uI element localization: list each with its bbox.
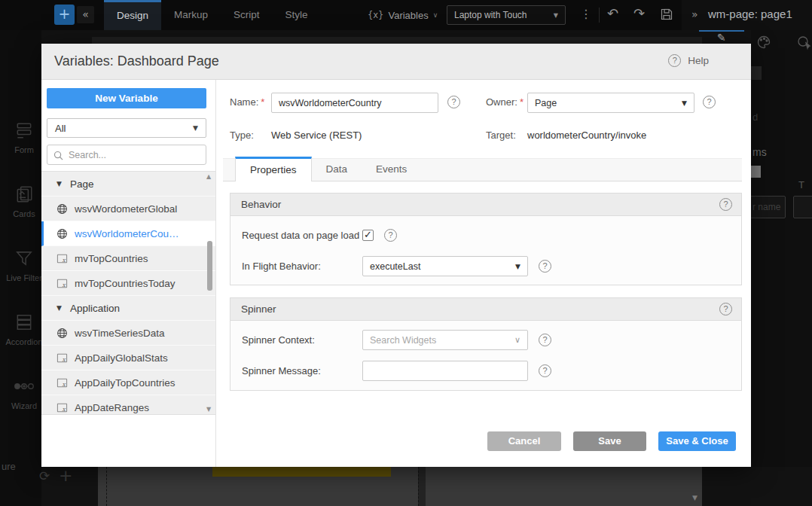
web-service-icon (56, 203, 68, 215)
variable-group-application[interactable]: ▼Application (41, 296, 215, 321)
toolbar-tab-design[interactable]: Design (104, 0, 161, 30)
variable-list-item[interactable]: xAppDailyTopCountries (41, 370, 215, 395)
variable-name: AppDailyTopCountries (75, 377, 176, 389)
behavior-help-icon[interactable]: ? (719, 198, 732, 211)
palette-item-label: Wizard (0, 401, 41, 410)
scroll-down-icon[interactable]: ▼ (206, 406, 211, 413)
variable-filter-value: All (55, 123, 66, 134)
chevron-down-icon: ∨ (433, 11, 438, 19)
caret-down-icon: ▼ (56, 180, 62, 187)
palette-item-accordion[interactable]: Accordion (0, 303, 41, 364)
dialog-title: Variables: Dashboard Page (54, 53, 219, 69)
variable-group-label: Page (70, 178, 94, 190)
target-value: worldometerCountry/invoke (527, 130, 646, 141)
help-label: Help (688, 55, 709, 66)
owner-select[interactable]: Page ▼ (527, 93, 694, 113)
help-button[interactable]: ? Help (668, 54, 709, 67)
tab-data[interactable]: Data (312, 158, 362, 181)
name-help-icon[interactable]: ? (447, 96, 460, 108)
variable-list-item[interactable]: wsvTimeSeriesData (41, 321, 215, 346)
owner-label: Owner:* (486, 96, 524, 108)
variable-list-item[interactable]: xmvTopCountriesToday (41, 271, 215, 296)
dimmed-panel-fragment (751, 66, 762, 80)
dimmed-gap (702, 467, 812, 506)
request-data-help-icon[interactable]: ? (384, 229, 397, 242)
dimmed-panel-fragment (751, 166, 761, 178)
scroll-up-icon[interactable]: ▲ (206, 173, 211, 180)
palette-item-cards[interactable]: Cards (0, 175, 41, 236)
undo-icon[interactable]: ↶ (607, 5, 618, 21)
request-data-checkbox[interactable]: ✓ (362, 230, 374, 241)
tab-events[interactable]: Events (362, 158, 421, 181)
variable-list-item[interactable]: wsvWorldometerCou… (41, 221, 215, 246)
spinner-message-help-icon[interactable]: ? (539, 364, 551, 377)
canvas-top-band: ✎ (0, 30, 812, 44)
device-selector[interactable]: Laptop with Touch ▼ (447, 5, 566, 25)
spinner-message-label: Spinner Message: (242, 365, 362, 376)
variables-menu-label: Variables (388, 10, 428, 21)
new-variable-button[interactable]: New Variable (47, 88, 206, 108)
toolbar-tab-markup[interactable]: Markup (161, 0, 221, 30)
spinner-message-input[interactable] (362, 361, 528, 381)
owner-help-icon[interactable]: ? (703, 96, 716, 108)
dialog-footer: Cancel Save Save & Close (487, 431, 736, 451)
refresh-icon: ⟳ (39, 468, 50, 483)
variable-list-item[interactable]: xAppDailyGlobalStats (41, 346, 215, 370)
variable-filter-select[interactable]: All ▼ (47, 118, 206, 138)
panel-input-fragment: r name (751, 196, 786, 218)
inspect-magnifier-icon[interactable] (796, 35, 812, 50)
inflight-help-icon[interactable]: ? (539, 260, 551, 273)
breadcrumb-chevron-icon[interactable]: » (691, 8, 698, 20)
kebab-menu-icon[interactable]: ⋮ (580, 7, 592, 21)
model-variable-icon: x (56, 352, 68, 364)
variable-list-item[interactable]: wsvWordometerGlobal (41, 197, 215, 221)
name-input[interactable] (271, 93, 438, 113)
variable-list: ▼PagewsvWordometerGlobalwsvWorldometerCo… (41, 171, 215, 415)
list-scrollbar[interactable]: ▲ ▼ (206, 172, 214, 414)
variables-menu[interactable]: {x} Variables ∨ (368, 0, 438, 30)
palette-item-live-filter[interactable]: Live Filter (0, 239, 41, 300)
variable-search-input[interactable] (67, 146, 203, 163)
model-variable-icon: x (56, 377, 68, 389)
cancel-button[interactable]: Cancel (487, 431, 561, 451)
device-selector-value: Laptop with Touch (454, 10, 554, 20)
variables-sidebar: New Variable All ▼ ▼PagewsvWordometerGlo… (41, 80, 216, 467)
web-service-icon (56, 328, 68, 339)
wizard-icon (13, 386, 35, 398)
palette-item-label: Accordion (0, 337, 41, 346)
properties-panel: d ms T r name (751, 30, 812, 506)
theme-palette-icon[interactable] (756, 35, 771, 50)
spinner-context-select[interactable]: Search Widgets ∨ (362, 330, 528, 350)
variable-list-item[interactable]: xmvTopCountries (41, 246, 215, 271)
save-and-close-button[interactable]: Save & Close (658, 431, 736, 451)
save-button[interactable]: Save (573, 431, 646, 451)
spinner-context-help-icon[interactable]: ? (539, 334, 551, 346)
palette-item-wizard[interactable]: Wizard (0, 367, 41, 428)
edit-pencil-icon[interactable]: ✎ (717, 32, 726, 44)
spinner-section-header: Spinner ? (230, 298, 741, 321)
page-breadcrumb[interactable]: wm-page: page1 (708, 8, 792, 20)
add-widget-button[interactable]: + (54, 5, 75, 25)
accordion-icon (14, 322, 34, 334)
inflight-select[interactable]: executeLast ▼ (362, 256, 528, 276)
form-icon (14, 130, 34, 142)
model-variable-icon: x (56, 253, 68, 264)
toolbar-tabs: DesignMarkupScriptStyle (104, 0, 321, 30)
spinner-help-icon[interactable]: ? (719, 303, 732, 315)
save-icon[interactable] (660, 8, 673, 24)
palette-item-form[interactable]: Form (0, 111, 41, 172)
variable-group-page[interactable]: ▼Page (41, 172, 215, 197)
collapse-icon[interactable]: « (77, 6, 94, 23)
tab-properties[interactable]: Properties (235, 157, 312, 181)
cards-icon (14, 194, 34, 206)
toolbar-tab-style[interactable]: Style (273, 0, 321, 30)
redo-icon[interactable]: ↷ (633, 5, 645, 21)
variable-list-item[interactable]: xAppDateRanges (41, 395, 215, 415)
palette-item-label: Live Filter (0, 273, 41, 282)
palette-item-label: Cards (0, 209, 41, 218)
toolbar-tab-script[interactable]: Script (221, 0, 273, 30)
scrollbar-thumb[interactable] (207, 241, 212, 291)
variables-braces-icon: {x} (368, 10, 383, 20)
dimmed-canvas-edge (92, 37, 702, 44)
web-service-icon (56, 228, 68, 239)
